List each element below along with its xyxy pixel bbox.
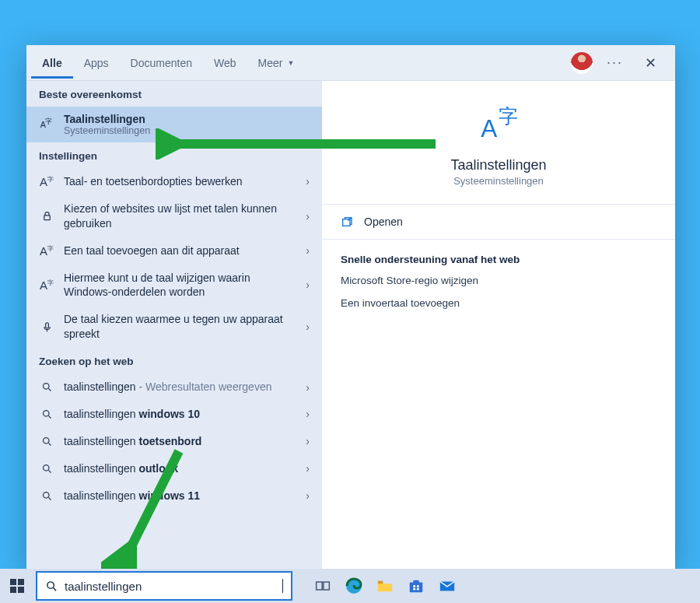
svg-point-7 <box>43 465 49 471</box>
section-settings: Instellingen <box>26 142 322 168</box>
search-tabs: Alle Apps Documenten Web Meer ▼ ··· ✕ <box>26 45 675 81</box>
svg-rect-28 <box>417 588 419 591</box>
search-icon <box>39 408 54 420</box>
search-icon <box>39 436 54 447</box>
more-options-button[interactable]: ··· <box>600 54 629 71</box>
result-subtitle: Systeeminstellingen <box>64 125 310 136</box>
language-small-icon: A字 <box>39 175 54 188</box>
svg-text:字: 字 <box>499 106 518 127</box>
chevron-right-icon: › <box>306 462 310 475</box>
svg-point-6 <box>43 437 49 443</box>
open-icon <box>341 216 353 228</box>
web-result[interactable]: taalinstellingen windows 11 › <box>26 482 322 510</box>
search-icon <box>39 463 54 475</box>
support-link[interactable]: Een invoertaal toevoegen <box>341 297 656 309</box>
svg-rect-19 <box>317 582 323 590</box>
detail-subtitle: Systeeminstellingen <box>453 175 544 187</box>
web-result[interactable]: taalinstellingen - Webresultaten weergev… <box>26 373 322 401</box>
tab-more-label: Meer <box>258 57 283 69</box>
web-result[interactable]: taalinstellingen windows 10 › <box>26 401 322 428</box>
tab-documents[interactable]: Documenten <box>120 47 203 79</box>
close-button[interactable]: ✕ <box>637 54 664 72</box>
support-heading: Snelle ondersteuning vanaf het web <box>341 254 656 265</box>
svg-rect-23 <box>410 582 423 592</box>
section-web: Zoeken op het web <box>26 348 322 373</box>
svg-point-5 <box>43 410 49 416</box>
svg-point-18 <box>47 581 54 588</box>
search-panel: Alle Apps Documenten Web Meer ▼ ··· ✕ Be… <box>26 45 675 569</box>
svg-rect-15 <box>18 579 24 585</box>
detail-pane: A 字 Taalinstellingen Systeeminstellingen… <box>322 81 675 569</box>
web-result[interactable]: taalinstellingen toetsenbord › <box>26 428 322 455</box>
settings-result-label: Hiermee kunt u de taal wijzigen waarin W… <box>64 271 296 300</box>
search-icon <box>45 580 58 593</box>
microsoft-store-icon[interactable] <box>406 576 426 596</box>
result-title: Taalinstellingen <box>64 113 310 125</box>
settings-result[interactable]: A字 Hiermee kunt u de taal wijzigen waari… <box>26 265 322 307</box>
settings-result-label: Taal- en toetsenbordopties bewerken <box>64 174 296 189</box>
svg-rect-24 <box>413 580 418 584</box>
svg-text:字: 字 <box>45 117 52 125</box>
svg-point-4 <box>43 384 49 390</box>
search-icon <box>39 490 54 502</box>
svg-rect-3 <box>45 323 48 328</box>
support-link[interactable]: Microsoft Store-regio wijzigen <box>341 275 656 286</box>
detail-title: Taalinstellingen <box>450 157 546 174</box>
svg-rect-25 <box>413 585 415 587</box>
svg-rect-17 <box>18 587 24 593</box>
open-action[interactable]: Openen <box>322 204 675 240</box>
chevron-right-icon: › <box>306 279 310 291</box>
svg-rect-14 <box>10 579 16 585</box>
settings-result-label: Kiezen of websites uw lijst met talen ku… <box>64 202 296 231</box>
settings-result[interactable]: A字 Een taal toevoegen aan dit apparaat › <box>26 237 322 265</box>
language-small-icon: A字 <box>39 244 54 258</box>
svg-text:A: A <box>481 114 497 142</box>
settings-result[interactable]: Kiezen of websites uw lijst met talen ku… <box>26 195 322 237</box>
svg-point-8 <box>43 492 49 498</box>
lock-icon <box>39 210 54 222</box>
settings-result[interactable]: De taal kiezen waarmee u tegen uw appara… <box>26 306 322 348</box>
svg-rect-2 <box>44 216 50 220</box>
result-best-match[interactable]: A 字 Taalinstellingen Systeeminstellingen <box>26 107 322 142</box>
chevron-right-icon: › <box>306 210 310 223</box>
svg-rect-20 <box>324 582 330 590</box>
open-label: Openen <box>364 216 403 228</box>
settings-result-label: De taal kiezen waarmee u tegen uw appara… <box>64 312 296 342</box>
search-input[interactable] <box>65 580 282 593</box>
chevron-right-icon: › <box>306 175 310 188</box>
language-icon: A 字 <box>39 115 54 134</box>
chevron-right-icon: › <box>306 408 310 420</box>
taskbar-search[interactable] <box>36 571 292 601</box>
svg-rect-27 <box>413 588 415 591</box>
task-view-icon[interactable] <box>313 576 333 596</box>
microphone-icon <box>39 321 54 333</box>
mail-icon[interactable] <box>437 576 457 596</box>
language-small-icon: A字 <box>39 279 54 292</box>
avatar[interactable] <box>571 52 593 74</box>
start-button[interactable] <box>0 569 34 603</box>
chevron-right-icon: › <box>306 244 310 257</box>
settings-result-label: Een taal toevoegen aan dit apparaat <box>64 244 296 258</box>
svg-rect-16 <box>10 587 16 593</box>
chevron-right-icon: › <box>306 321 310 333</box>
tab-more[interactable]: Meer ▼ <box>247 47 306 79</box>
settings-result[interactable]: A字 Taal- en toetsenbordopties bewerken › <box>26 168 322 195</box>
taskbar <box>0 569 700 603</box>
tab-apps[interactable]: Apps <box>73 47 120 79</box>
file-explorer-icon[interactable] <box>375 576 395 596</box>
svg-rect-22 <box>378 581 383 584</box>
chevron-right-icon: › <box>306 435 310 447</box>
chevron-down-icon: ▼ <box>287 59 294 67</box>
tab-all[interactable]: Alle <box>31 47 73 79</box>
chevron-right-icon: › <box>306 489 310 502</box>
section-best-match: Beste overeenkomst <box>26 81 322 107</box>
chevron-right-icon: › <box>306 381 310 394</box>
tab-web[interactable]: Web <box>203 47 247 79</box>
svg-rect-26 <box>417 585 419 587</box>
text-cursor <box>282 579 283 593</box>
results-list: Beste overeenkomst A 字 Taalinstellingen … <box>26 81 322 569</box>
language-hero-icon: A 字 <box>477 103 520 146</box>
search-icon <box>39 381 54 393</box>
edge-icon[interactable] <box>344 576 364 596</box>
web-result[interactable]: taalinstellingen outlook › <box>26 455 322 482</box>
